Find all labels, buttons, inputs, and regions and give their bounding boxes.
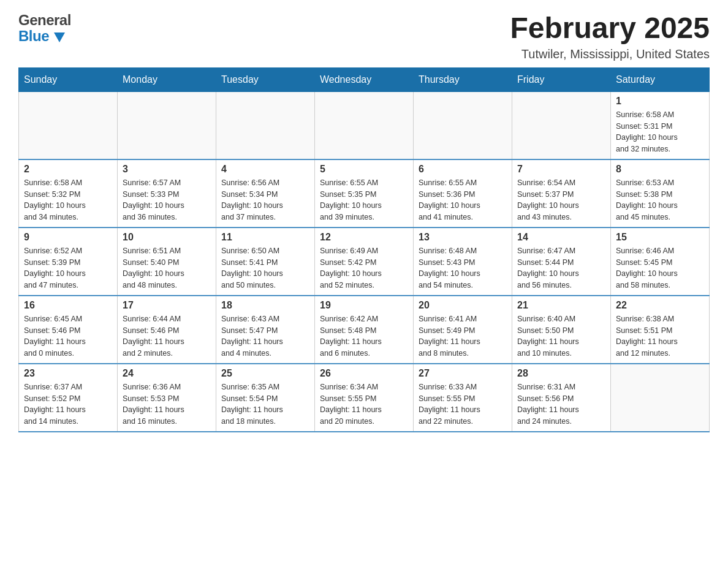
day-info: Sunrise: 6:50 AM Sunset: 5:41 PM Dayligh…	[221, 245, 309, 291]
day-info: Sunrise: 6:49 AM Sunset: 5:42 PM Dayligh…	[320, 245, 408, 291]
calendar-cell: 8Sunrise: 6:53 AM Sunset: 5:38 PM Daylig…	[611, 159, 710, 228]
calendar-cell: 27Sunrise: 6:33 AM Sunset: 5:55 PM Dayli…	[414, 364, 512, 432]
day-number: 1	[616, 96, 704, 107]
day-number: 3	[123, 164, 211, 175]
calendar-cell: 2Sunrise: 6:58 AM Sunset: 5:32 PM Daylig…	[19, 159, 118, 228]
day-number: 11	[221, 232, 309, 243]
day-number: 18	[221, 300, 309, 311]
calendar-cell: 15Sunrise: 6:46 AM Sunset: 5:45 PM Dayli…	[611, 228, 710, 296]
calendar-cell	[216, 91, 315, 159]
calendar-cell: 13Sunrise: 6:48 AM Sunset: 5:43 PM Dayli…	[414, 228, 512, 296]
title-block: February 2025 Tutwiler, Mississippi, Uni…	[510, 12, 710, 61]
day-info: Sunrise: 6:54 AM Sunset: 5:37 PM Dayligh…	[517, 177, 605, 223]
day-info: Sunrise: 6:33 AM Sunset: 5:55 PM Dayligh…	[419, 381, 507, 427]
day-info: Sunrise: 6:31 AM Sunset: 5:56 PM Dayligh…	[517, 381, 605, 427]
weekday-header-thursday: Thursday	[414, 67, 512, 91]
calendar-cell: 1Sunrise: 6:58 AM Sunset: 5:31 PM Daylig…	[611, 91, 710, 159]
day-number: 14	[517, 232, 605, 243]
calendar-cell: 18Sunrise: 6:43 AM Sunset: 5:47 PM Dayli…	[216, 296, 315, 364]
calendar-cell	[315, 91, 414, 159]
calendar-cell: 23Sunrise: 6:37 AM Sunset: 5:52 PM Dayli…	[19, 364, 118, 432]
day-info: Sunrise: 6:58 AM Sunset: 5:32 PM Dayligh…	[24, 177, 112, 223]
day-info: Sunrise: 6:47 AM Sunset: 5:44 PM Dayligh…	[517, 245, 605, 291]
day-number: 9	[24, 232, 112, 243]
day-number: 2	[24, 164, 112, 175]
calendar-cell: 24Sunrise: 6:36 AM Sunset: 5:53 PM Dayli…	[118, 364, 216, 432]
day-info: Sunrise: 6:56 AM Sunset: 5:34 PM Dayligh…	[221, 177, 309, 223]
calendar-week-5: 23Sunrise: 6:37 AM Sunset: 5:52 PM Dayli…	[19, 364, 710, 432]
weekday-header-saturday: Saturday	[611, 67, 710, 91]
location-title: Tutwiler, Mississippi, United States	[510, 47, 710, 61]
day-number: 26	[320, 368, 408, 379]
day-number: 23	[24, 368, 112, 379]
day-number: 19	[320, 300, 408, 311]
day-number: 12	[320, 232, 408, 243]
logo-triangle-icon	[54, 33, 65, 42]
day-number: 28	[517, 368, 605, 379]
calendar-cell: 4Sunrise: 6:56 AM Sunset: 5:34 PM Daylig…	[216, 159, 315, 228]
day-info: Sunrise: 6:45 AM Sunset: 5:46 PM Dayligh…	[24, 313, 112, 359]
calendar-week-1: 1Sunrise: 6:58 AM Sunset: 5:31 PM Daylig…	[19, 91, 710, 159]
day-info: Sunrise: 6:44 AM Sunset: 5:46 PM Dayligh…	[123, 313, 211, 359]
day-number: 4	[221, 164, 309, 175]
day-info: Sunrise: 6:38 AM Sunset: 5:51 PM Dayligh…	[616, 313, 704, 359]
calendar-cell: 17Sunrise: 6:44 AM Sunset: 5:46 PM Dayli…	[118, 296, 216, 364]
weekday-header-row: SundayMondayTuesdayWednesdayThursdayFrid…	[19, 67, 710, 91]
day-number: 17	[123, 300, 211, 311]
day-info: Sunrise: 6:37 AM Sunset: 5:52 PM Dayligh…	[24, 381, 112, 427]
calendar-cell: 28Sunrise: 6:31 AM Sunset: 5:56 PM Dayli…	[512, 364, 611, 432]
calendar-week-3: 9Sunrise: 6:52 AM Sunset: 5:39 PM Daylig…	[19, 228, 710, 296]
calendar-cell: 9Sunrise: 6:52 AM Sunset: 5:39 PM Daylig…	[19, 228, 118, 296]
logo: General Blue	[18, 12, 71, 45]
day-number: 7	[517, 164, 605, 175]
calendar-cell: 12Sunrise: 6:49 AM Sunset: 5:42 PM Dayli…	[315, 228, 414, 296]
logo-general: General	[18, 12, 71, 28]
calendar-cell: 14Sunrise: 6:47 AM Sunset: 5:44 PM Dayli…	[512, 228, 611, 296]
day-info: Sunrise: 6:36 AM Sunset: 5:53 PM Dayligh…	[123, 381, 211, 427]
calendar-cell: 25Sunrise: 6:35 AM Sunset: 5:54 PM Dayli…	[216, 364, 315, 432]
day-number: 15	[616, 232, 704, 243]
day-info: Sunrise: 6:55 AM Sunset: 5:36 PM Dayligh…	[419, 177, 507, 223]
day-info: Sunrise: 6:43 AM Sunset: 5:47 PM Dayligh…	[221, 313, 309, 359]
day-info: Sunrise: 6:48 AM Sunset: 5:43 PM Dayligh…	[419, 245, 507, 291]
calendar-body: 1Sunrise: 6:58 AM Sunset: 5:31 PM Daylig…	[19, 91, 710, 432]
weekday-header-monday: Monday	[118, 67, 216, 91]
calendar-table: SundayMondayTuesdayWednesdayThursdayFrid…	[18, 67, 710, 432]
day-number: 22	[616, 300, 704, 311]
calendar-cell: 21Sunrise: 6:40 AM Sunset: 5:50 PM Dayli…	[512, 296, 611, 364]
logo-blue: Blue	[18, 28, 71, 44]
day-number: 16	[24, 300, 112, 311]
day-number: 20	[419, 300, 507, 311]
calendar-cell: 5Sunrise: 6:55 AM Sunset: 5:35 PM Daylig…	[315, 159, 414, 228]
calendar-cell: 22Sunrise: 6:38 AM Sunset: 5:51 PM Dayli…	[611, 296, 710, 364]
calendar-cell: 16Sunrise: 6:45 AM Sunset: 5:46 PM Dayli…	[19, 296, 118, 364]
svg-marker-0	[54, 33, 65, 42]
day-number: 8	[616, 164, 704, 175]
day-info: Sunrise: 6:57 AM Sunset: 5:33 PM Dayligh…	[123, 177, 211, 223]
day-info: Sunrise: 6:40 AM Sunset: 5:50 PM Dayligh…	[517, 313, 605, 359]
calendar-cell: 19Sunrise: 6:42 AM Sunset: 5:48 PM Dayli…	[315, 296, 414, 364]
calendar-cell: 6Sunrise: 6:55 AM Sunset: 5:36 PM Daylig…	[414, 159, 512, 228]
page-header: General Blue February 2025 Tutwiler, Mis…	[18, 12, 710, 61]
calendar-cell	[414, 91, 512, 159]
calendar-cell	[512, 91, 611, 159]
day-info: Sunrise: 6:55 AM Sunset: 5:35 PM Dayligh…	[320, 177, 408, 223]
day-info: Sunrise: 6:35 AM Sunset: 5:54 PM Dayligh…	[221, 381, 309, 427]
calendar-cell: 10Sunrise: 6:51 AM Sunset: 5:40 PM Dayli…	[118, 228, 216, 296]
day-info: Sunrise: 6:51 AM Sunset: 5:40 PM Dayligh…	[123, 245, 211, 291]
calendar-cell: 11Sunrise: 6:50 AM Sunset: 5:41 PM Dayli…	[216, 228, 315, 296]
day-info: Sunrise: 6:52 AM Sunset: 5:39 PM Dayligh…	[24, 245, 112, 291]
calendar-cell: 7Sunrise: 6:54 AM Sunset: 5:37 PM Daylig…	[512, 159, 611, 228]
day-number: 27	[419, 368, 507, 379]
calendar-cell	[19, 91, 118, 159]
day-info: Sunrise: 6:41 AM Sunset: 5:49 PM Dayligh…	[419, 313, 507, 359]
day-info: Sunrise: 6:46 AM Sunset: 5:45 PM Dayligh…	[616, 245, 704, 291]
calendar-week-2: 2Sunrise: 6:58 AM Sunset: 5:32 PM Daylig…	[19, 159, 710, 228]
calendar-cell	[611, 364, 710, 432]
weekday-header-sunday: Sunday	[19, 67, 118, 91]
day-number: 13	[419, 232, 507, 243]
day-number: 5	[320, 164, 408, 175]
day-number: 6	[419, 164, 507, 175]
day-number: 24	[123, 368, 211, 379]
weekday-header-tuesday: Tuesday	[216, 67, 315, 91]
